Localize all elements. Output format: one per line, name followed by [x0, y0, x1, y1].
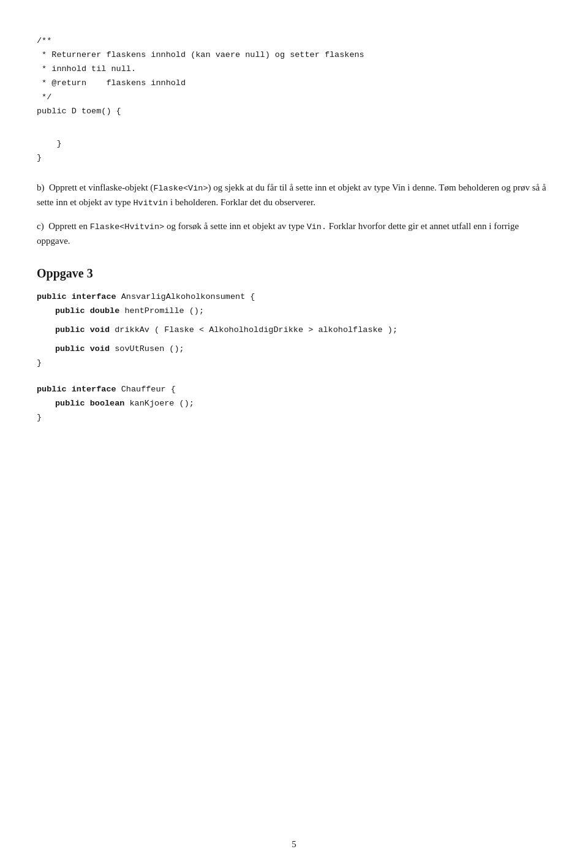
page-container: /** * Returnerer flaskens innhold (kan v… [0, 0, 588, 868]
task-b-section: b) Opprett et vinflaske-objekt (Flaske<V… [37, 180, 551, 210]
interface2-line2: public boolean kanKjoere (); [37, 397, 551, 411]
javadoc-line1: /** [37, 34, 551, 48]
task-b-text4: i beholderen. Forklar det du observerer. [168, 197, 315, 207]
javadoc-line3: * innhold til null. [37, 62, 551, 77]
interface2-line1: public interface Chauffeur { [37, 383, 551, 397]
inner-brace: } [37, 137, 551, 151]
javadoc-comment-section: /** * Returnerer flaskens innhold (kan v… [37, 34, 551, 119]
interface1-line4: public void sovUtRusen (); [37, 342, 551, 357]
interface2-closing: } [37, 411, 551, 425]
task-b-code2: Hvitvin [133, 198, 168, 208]
oppgave3-heading: Oppgave 3 [37, 266, 551, 281]
task-c-text2: og forsøk å sette inn et objekt av type [164, 221, 306, 231]
task-c-section: c) Opprett en Flaske<Hvitvin> og forsøk … [37, 219, 551, 249]
method-signature: public D toem() { [37, 105, 551, 119]
task-b-label: b) [37, 183, 49, 192]
javadoc-line4: * @return flaskens innhold [37, 77, 551, 91]
interface1-line2: public double hentPromille (); [37, 304, 551, 319]
task-c-code2: Vin. [307, 222, 326, 232]
task-b-code1: Flaske<Vin> [153, 184, 208, 193]
closing-braces-section: } } [37, 137, 551, 165]
task-c-label: c) [37, 221, 48, 231]
interface1-closing: } [37, 357, 551, 371]
task-c-text: c) Opprett en Flaske<Hvitvin> og forsøk … [37, 219, 551, 249]
task-b-text: b) Opprett et vinflaske-objekt (Flaske<V… [37, 180, 551, 210]
javadoc-line5: */ [37, 91, 551, 105]
javadoc-line2: * Returnerer flaskens innhold (kan vaere… [37, 48, 551, 62]
task-c-code1: Flaske<Hvitvin> [90, 222, 165, 232]
outer-brace: } [37, 151, 551, 165]
interface2-section: public interface Chauffeur { public bool… [37, 383, 551, 425]
task-c-text1: Opprett en [48, 221, 89, 231]
task-b-text1: Opprett et vinflaske-objekt ( [49, 183, 153, 192]
interface1-section: public interface AnsvarligAlkoholkonsume… [37, 290, 551, 371]
oppgave3-heading-container: Oppgave 3 [37, 266, 551, 281]
interface1-line3: public void drikkAv ( Flaske < Alkoholho… [37, 323, 551, 338]
interface1-line1: public interface AnsvarligAlkoholkonsume… [37, 290, 551, 304]
page-number: 5 [292, 839, 296, 850]
